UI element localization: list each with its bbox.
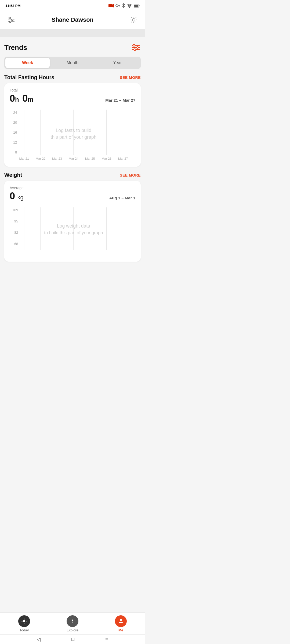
svg-text:12: 12 (13, 141, 17, 144)
sliders-button[interactable] (5, 14, 17, 26)
trends-filter-button[interactable] (131, 43, 141, 52)
fasting-value: 0h 0m (10, 93, 34, 104)
fasting-chart-card: Total 0h 0m Mar 21 – Mar 27 24 20 16 12 … (4, 83, 141, 167)
svg-point-15 (9, 21, 11, 23)
svg-text:Mar 23: Mar 23 (52, 157, 62, 160)
svg-rect-9 (139, 5, 140, 6)
svg-point-6 (129, 7, 130, 8)
svg-text:Log weight data: Log weight data (57, 223, 90, 229)
svg-text:Log fasts to build: Log fasts to build (56, 128, 92, 133)
fasting-total-label: Total (10, 88, 135, 92)
svg-text:24: 24 (13, 111, 17, 115)
svg-text:109: 109 (12, 208, 18, 212)
fasting-chart-svg: 24 20 16 12 8 Log fasts to build this p (10, 108, 135, 162)
header: Shane Dawson (0, 11, 145, 29)
svg-text:to build this part of your gra: to build this part of your graph (44, 230, 103, 235)
weight-see-more[interactable]: SEE MORE (120, 173, 141, 177)
tab-month[interactable]: Month (50, 58, 95, 68)
svg-marker-1 (112, 4, 114, 8)
svg-point-21 (137, 47, 139, 49)
svg-text:Mar 24: Mar 24 (69, 157, 79, 160)
trends-header: Trends (4, 43, 141, 52)
svg-point-13 (9, 17, 10, 19)
battery-icon (134, 4, 140, 8)
svg-text:8: 8 (15, 151, 17, 154)
key-icon (115, 4, 120, 8)
weight-value: 0 kg (10, 191, 24, 202)
svg-point-14 (12, 19, 13, 21)
weight-section-header: Weight SEE MORE (4, 172, 141, 178)
sliders-icon (8, 17, 15, 23)
svg-text:Mar 26: Mar 26 (102, 157, 111, 160)
svg-text:Mar 22: Mar 22 (36, 157, 45, 160)
svg-text:95: 95 (14, 219, 18, 223)
svg-point-20 (133, 45, 135, 46)
tab-year[interactable]: Year (95, 58, 140, 68)
svg-rect-8 (134, 5, 138, 7)
svg-text:this part of your graph: this part of your graph (51, 134, 97, 140)
svg-text:68: 68 (14, 242, 18, 246)
wifi-icon (127, 4, 132, 8)
gray-divider (0, 29, 145, 37)
weight-chart-card: Average 0 kg Aug 1 – Mar 1 109 95 82 68 (4, 181, 141, 262)
svg-point-16 (132, 19, 135, 21)
main-content: Trends Week Month Year Total Fasting Hou… (0, 37, 145, 307)
weight-chart-svg: 109 95 82 68 Log weight data to build th… (10, 206, 135, 257)
weight-avg-label: Average (10, 186, 135, 190)
weight-section-title: Weight (4, 172, 22, 178)
status-time: 11:53 PM (5, 4, 20, 8)
header-title: Shane Dawson (17, 16, 128, 23)
status-icons (108, 3, 140, 8)
svg-text:82: 82 (14, 231, 18, 235)
svg-text:Mar 27: Mar 27 (118, 157, 128, 160)
status-bar: 11:53 PM (0, 0, 145, 11)
bluetooth-icon (122, 3, 125, 8)
trends-filter-icon (132, 44, 140, 51)
time-period-tabs: Week Month Year (4, 57, 141, 69)
svg-text:Mar 25: Mar 25 (85, 157, 95, 160)
svg-rect-0 (108, 4, 112, 7)
gear-icon (130, 16, 137, 24)
svg-point-2 (116, 5, 118, 7)
tab-week[interactable]: Week (5, 58, 50, 68)
video-record-icon (108, 4, 114, 8)
svg-text:16: 16 (13, 131, 17, 134)
fasting-section-header: Total Fasting Hours SEE MORE (4, 74, 141, 80)
gear-button[interactable] (128, 14, 140, 26)
svg-text:20: 20 (13, 121, 17, 125)
fasting-see-more[interactable]: SEE MORE (120, 75, 141, 80)
svg-point-22 (134, 49, 136, 51)
fasting-section-title: Total Fasting Hours (4, 74, 54, 80)
svg-text:Mar 21: Mar 21 (19, 157, 29, 160)
weight-date-range: Aug 1 – Mar 1 (109, 196, 135, 200)
fasting-date-range: Mar 21 – Mar 27 (105, 98, 135, 103)
trends-title: Trends (4, 43, 27, 52)
